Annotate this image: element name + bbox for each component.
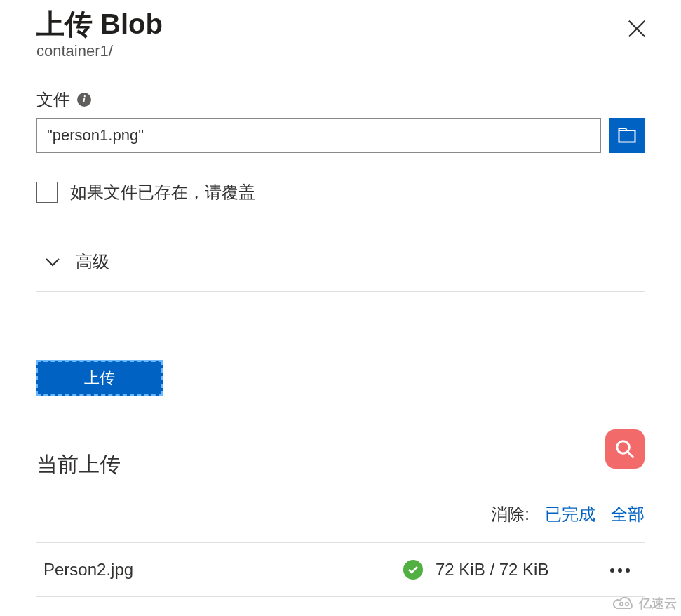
chevron-down-icon: [45, 257, 60, 267]
svg-point-3: [617, 441, 630, 454]
svg-rect-2: [619, 130, 635, 142]
svg-point-9: [626, 603, 628, 605]
cloud-icon: [612, 596, 636, 611]
container-path: container1/: [36, 42, 163, 60]
svg-point-7: [626, 568, 630, 573]
upload-item-row: Person2.jpg 72 KiB / 72 KiB: [36, 543, 645, 597]
overwrite-checkbox[interactable]: [36, 182, 58, 203]
file-input[interactable]: [36, 118, 601, 153]
dismiss-all-link[interactable]: 全部: [611, 503, 645, 525]
watermark: 亿速云: [612, 595, 677, 612]
blade-title: 上传 Blob: [36, 7, 163, 41]
folder-open-icon: [618, 128, 636, 143]
upload-item-name: Person2.jpg: [43, 560, 391, 580]
watermark-text: 亿速云: [639, 595, 677, 612]
upload-item-more-button[interactable]: [602, 561, 638, 580]
file-field-label: 文件: [36, 88, 70, 111]
svg-point-5: [610, 568, 614, 573]
upload-item-size: 72 KiB / 72 KiB: [436, 560, 590, 580]
browse-button[interactable]: [609, 118, 645, 153]
svg-line-4: [628, 452, 634, 458]
close-button[interactable]: [622, 14, 652, 46]
advanced-label: 高级: [76, 250, 109, 273]
success-icon: [403, 560, 423, 580]
upload-button-label: 上传: [84, 368, 115, 389]
svg-point-6: [618, 568, 622, 573]
search-icon: [614, 438, 635, 460]
dismiss-label: 消除:: [491, 503, 530, 525]
current-uploads-title: 当前上传: [36, 450, 645, 479]
svg-point-8: [620, 603, 623, 605]
overwrite-label[interactable]: 如果文件已存在，请覆盖: [70, 181, 255, 203]
ellipsis-icon: [609, 568, 631, 573]
upload-button[interactable]: 上传: [36, 361, 163, 396]
advanced-expander[interactable]: 高级: [36, 232, 645, 292]
close-icon: [626, 18, 647, 39]
search-button[interactable]: [605, 429, 645, 469]
info-icon[interactable]: i: [77, 93, 91, 107]
dismiss-completed-link[interactable]: 已完成: [545, 503, 595, 525]
